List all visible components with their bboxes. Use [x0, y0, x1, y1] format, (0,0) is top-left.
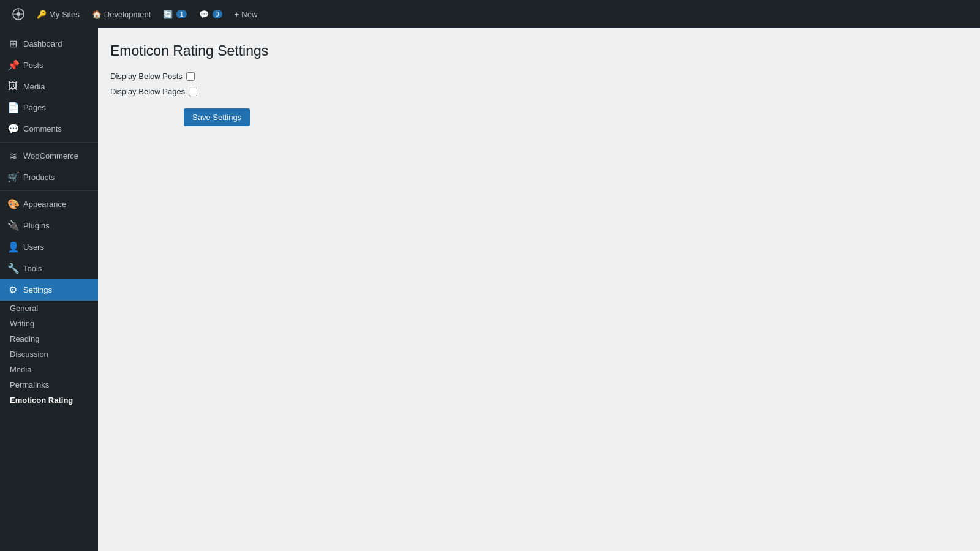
sidebar-label-media: Media	[23, 82, 45, 91]
page-title: Emoticon Rating Settings	[110, 43, 968, 59]
display-below-pages-checkbox[interactable]	[189, 88, 197, 96]
display-below-pages-label: Display Below Pages	[110, 87, 185, 96]
display-below-posts-label: Display Below Posts	[110, 72, 183, 81]
products-icon: 🛒	[7, 171, 18, 183]
plugins-icon: 🔌	[7, 220, 18, 231]
comments-menu[interactable]: 💬 0	[194, 0, 227, 28]
my-sites-menu[interactable]: 🔑 My Sites	[32, 0, 85, 28]
sidebar-label-plugins: Plugins	[23, 221, 50, 230]
main-content: Emoticon Rating Settings Display Below P…	[98, 28, 980, 551]
sidebar-item-plugins[interactable]: 🔌 Plugins	[0, 215, 98, 236]
dashboard-icon: ⊞	[7, 38, 18, 50]
development-label: Development	[104, 10, 151, 19]
submenu-writing[interactable]: Writing	[0, 316, 98, 331]
sidebar-label-comments: Comments	[23, 124, 62, 133]
media-icon: 🖼	[7, 81, 18, 92]
submenu-emoticon-rating[interactable]: Emoticon Rating	[0, 392, 98, 408]
home-icon: 🏠	[92, 10, 102, 19]
sidebar-item-media[interactable]: 🖼 Media	[0, 76, 98, 97]
admin-bar: 🔑 My Sites 🏠 Development 🔄 1 💬 0 + New	[0, 0, 980, 28]
updates-icon: 🔄	[163, 10, 173, 19]
sidebar-item-tools[interactable]: 🔧 Tools	[0, 258, 98, 279]
woocommerce-icon: ≋	[7, 150, 18, 162]
settings-form: Display Below Posts Display Below Pages …	[110, 72, 968, 126]
appearance-icon: 🎨	[7, 198, 18, 210]
sidebar-label-tools: Tools	[23, 264, 42, 273]
divider-2	[0, 190, 98, 191]
settings-submenu: General Writing Reading Discussion Media…	[0, 301, 98, 408]
sidebar-item-users[interactable]: 👤 Users	[0, 236, 98, 258]
sidebar-label-dashboard: Dashboard	[23, 39, 62, 48]
sidebar: ⊞ Dashboard 📌 Posts 🖼 Media 📄 Pages 💬 Co…	[0, 28, 98, 551]
comments-icon: 💬	[199, 10, 209, 19]
save-settings-button[interactable]: Save Settings	[184, 108, 250, 126]
svg-point-1	[17, 12, 20, 16]
save-button-row: Save Settings	[110, 102, 968, 126]
sidebar-label-posts: Posts	[23, 61, 43, 70]
development-menu[interactable]: 🏠 Development	[87, 0, 156, 28]
submenu-reading[interactable]: Reading	[0, 331, 98, 347]
sidebar-label-products: Products	[23, 173, 55, 182]
wp-logo[interactable]	[7, 0, 29, 28]
sidebar-label-appearance: Appearance	[23, 200, 66, 209]
updates-badge: 1	[176, 10, 186, 18]
plus-icon: +	[235, 10, 239, 19]
sidebar-item-dashboard[interactable]: ⊞ Dashboard	[0, 33, 98, 54]
sidebar-item-posts[interactable]: 📌 Posts	[0, 54, 98, 76]
submenu-discussion[interactable]: Discussion	[0, 347, 98, 362]
submenu-general[interactable]: General	[0, 301, 98, 316]
submenu-permalinks[interactable]: Permalinks	[0, 377, 98, 392]
sidebar-item-woocommerce[interactable]: ≋ WooCommerce	[0, 145, 98, 167]
new-menu[interactable]: + New	[230, 0, 263, 28]
pages-icon: 📄	[7, 102, 18, 113]
sidebar-label-pages: Pages	[23, 103, 46, 112]
submenu-media[interactable]: Media	[0, 362, 98, 377]
sidebar-label-woocommerce: WooCommerce	[23, 151, 78, 160]
display-below-pages-row: Display Below Pages	[110, 87, 968, 96]
sidebar-item-pages[interactable]: 📄 Pages	[0, 97, 98, 118]
sidebar-item-appearance[interactable]: 🎨 Appearance	[0, 193, 98, 215]
display-below-posts-checkbox[interactable]	[186, 72, 195, 81]
divider-1	[0, 142, 98, 143]
sidebar-item-settings[interactable]: ⚙ Settings ◀	[0, 279, 98, 301]
my-sites-label: My Sites	[49, 10, 80, 19]
sidebar-item-comments[interactable]: 💬 Comments	[0, 118, 98, 140]
comments-sidebar-icon: 💬	[7, 123, 18, 135]
posts-icon: 📌	[7, 59, 18, 71]
users-icon: 👤	[7, 241, 18, 253]
sidebar-label-settings: Settings	[23, 285, 52, 294]
sidebar-item-products[interactable]: 🛒 Products	[0, 167, 98, 188]
new-label: New	[241, 10, 257, 19]
updates-menu[interactable]: 🔄 1	[158, 0, 191, 28]
comments-badge: 0	[213, 10, 222, 18]
tools-icon: 🔧	[7, 263, 18, 274]
settings-arrow-icon: ◀	[86, 287, 91, 293]
sidebar-label-users: Users	[23, 242, 44, 252]
settings-icon: ⚙	[7, 284, 18, 296]
display-below-posts-row: Display Below Posts	[110, 72, 968, 81]
key-icon: 🔑	[37, 10, 47, 19]
